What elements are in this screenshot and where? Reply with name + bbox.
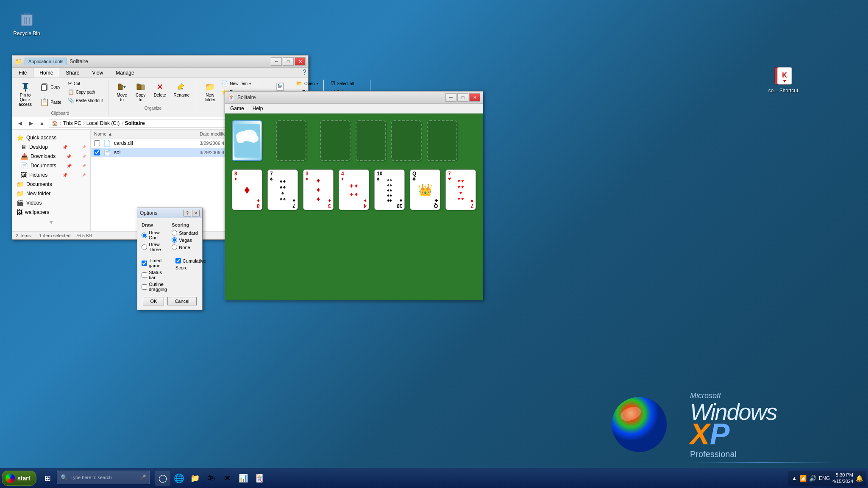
foundation-1[interactable]: [320, 120, 351, 161]
outline-dragging-option[interactable]: Outline dragging: [142, 282, 167, 292]
pin-to-quick-button[interactable]: Pin to Quick access: [16, 80, 35, 109]
path-solitaire[interactable]: Solitaire: [125, 120, 145, 126]
paste-button[interactable]: 📋 Paste: [36, 95, 64, 109]
start-button[interactable]: start: [2, 471, 36, 486]
close-button[interactable]: ✕: [295, 57, 306, 66]
move-to-button[interactable]: Moveto: [114, 80, 131, 104]
draw-three-option[interactable]: Draw Three: [142, 242, 165, 252]
draw-one-option[interactable]: Draw One: [142, 230, 165, 240]
minimize-button[interactable]: ─: [271, 57, 282, 66]
sidebar-item-new-folder[interactable]: 📁 New folder: [12, 189, 90, 198]
office-button[interactable]: 📊: [236, 471, 251, 486]
none-option[interactable]: None: [172, 244, 198, 250]
cortana-button[interactable]: ◯: [155, 471, 170, 486]
options-close-button[interactable]: ✕: [192, 210, 200, 216]
vegas-option[interactable]: Vegas: [172, 237, 198, 243]
foundation-2[interactable]: [356, 120, 386, 161]
store-button[interactable]: 🛍: [203, 471, 219, 486]
tableau-col-2[interactable]: 7♠ ♠♠ ♠♠ ♠ ♠♠ 7♠: [267, 169, 298, 210]
new-folder-button[interactable]: 📁 Newfolder: [201, 80, 218, 104]
waste-pile[interactable]: [276, 120, 306, 161]
new-item-button[interactable]: 📄 New item ▾: [220, 80, 259, 87]
stock-pile[interactable]: [232, 120, 262, 161]
select-all-button[interactable]: ☑ Select all: [329, 80, 356, 87]
sidebar-item-wallpapers[interactable]: 🖼 wallpapers: [12, 208, 90, 217]
tab-home[interactable]: Home: [33, 68, 59, 78]
system-clock[interactable]: 5:30 PM 4/15/2024: [832, 472, 853, 484]
paste-shortcut-button[interactable]: 📎 Paste shortcut: [66, 97, 105, 104]
tableau-col-7[interactable]: 7♥ ♥♥ ♥♥ ♥ ♥♥ 7♥: [445, 169, 476, 210]
sidebar-item-documents2[interactable]: 📁 Documents: [12, 180, 90, 189]
volume-icon[interactable]: 🔊: [809, 475, 816, 482]
tab-share[interactable]: Share: [59, 68, 86, 78]
vegas-radio[interactable]: [172, 237, 177, 243]
file-explorer-taskbar-button[interactable]: 📁: [187, 471, 203, 486]
solitaire-taskbar-button[interactable]: 🃏: [252, 471, 267, 486]
language-indicator[interactable]: ENG: [819, 475, 830, 481]
tab-manage[interactable]: Manage: [109, 68, 140, 78]
help-menu[interactable]: Help: [249, 105, 267, 112]
taskbar-search[interactable]: 🔍 Type here to search 🎤: [57, 471, 150, 484]
path-local-disk[interactable]: Local Disk (C:): [86, 120, 120, 126]
network-icon[interactable]: 📶: [799, 475, 807, 482]
up-button[interactable]: ▲: [38, 119, 46, 128]
mail-button[interactable]: ✉: [220, 471, 235, 486]
sidebar-item-pictures[interactable]: 🖼 Pictures 📌: [12, 170, 90, 180]
tableau-col-4[interactable]: 4♦ ♦♦ ♦♦ 4♦: [339, 169, 369, 210]
options-help-button[interactable]: ?: [184, 210, 191, 216]
tableau-col-3[interactable]: 3♦ ♦♦♦ 3♦: [303, 169, 334, 210]
sol-minimize-button[interactable]: ─: [445, 93, 456, 102]
maximize-button[interactable]: □: [283, 57, 294, 66]
draw-three-radio[interactable]: [142, 244, 147, 250]
tableau-col-5[interactable]: 10♠ ♠♠♠♠ ♠♠♠♠ ♠♠ 10♠: [374, 169, 405, 210]
help-icon[interactable]: ?: [303, 69, 306, 77]
copy-to-button[interactable]: Copyto: [132, 80, 149, 104]
none-radio[interactable]: [172, 244, 177, 250]
file-checkbox-cardsdll[interactable]: [94, 140, 100, 146]
cut-button[interactable]: ✂ Cut: [66, 80, 105, 87]
status-bar-option[interactable]: Status bar: [142, 270, 167, 280]
edge-button[interactable]: 🌐: [171, 471, 186, 486]
standard-option[interactable]: Standard: [172, 230, 198, 236]
task-view-button[interactable]: ⊞: [40, 471, 55, 486]
path-this-pc[interactable]: This PC: [63, 120, 81, 126]
copy-path-button[interactable]: 📋 Copy path: [66, 88, 105, 96]
back-button[interactable]: ◀: [16, 119, 24, 128]
sol-shortcut-icon[interactable]: K ♥ sol - Shortcut: [766, 66, 800, 94]
sidebar-item-documents[interactable]: 📄 Documents 📌: [12, 161, 90, 170]
timed-game-checkbox[interactable]: [142, 261, 147, 266]
foundation-3[interactable]: [391, 120, 422, 161]
show-hidden-icon[interactable]: ▲: [792, 475, 797, 481]
tab-file[interactable]: File: [12, 68, 33, 78]
draw-one-radio[interactable]: [142, 233, 147, 238]
status-bar-checkbox[interactable]: [142, 272, 147, 278]
cancel-button[interactable]: Cancel: [167, 297, 196, 305]
delete-button[interactable]: ✕ Delete: [151, 80, 169, 100]
game-menu[interactable]: Game: [227, 105, 248, 112]
cumulative-checkbox[interactable]: [175, 258, 181, 263]
file-checkbox-sol[interactable]: [94, 150, 100, 155]
tab-view[interactable]: View: [86, 68, 109, 78]
cumulative-option[interactable]: Cumulative: [175, 258, 206, 263]
tableau-col-1[interactable]: 8♦ ♦ 8♦: [232, 169, 262, 210]
tableau-col-6[interactable]: Q♣ 👑 Q♣: [410, 169, 440, 210]
notifications-icon[interactable]: 🔔: [856, 475, 863, 482]
outline-dragging-checkbox[interactable]: [142, 284, 147, 290]
ok-button[interactable]: OK: [143, 297, 164, 305]
sol-maximize-button[interactable]: □: [457, 93, 468, 102]
sidebar-item-quick-access[interactable]: ⭐ Quick access: [12, 133, 90, 142]
open-button[interactable]: 📂 Open ▾: [295, 80, 320, 87]
timed-game-option[interactable]: Timed game: [142, 258, 167, 268]
sidebar-item-videos[interactable]: 🎬 Videos: [12, 198, 90, 208]
rename-button[interactable]: Rename: [171, 80, 193, 100]
sol-close-button[interactable]: ✕: [469, 93, 480, 102]
standard-radio[interactable]: [172, 230, 177, 236]
recycle-bin-icon[interactable]: Recycle Bin: [12, 8, 42, 36]
col-name[interactable]: Name ▲: [94, 131, 196, 136]
copy-button[interactable]: Copy: [36, 80, 64, 94]
forward-button[interactable]: ▶: [27, 119, 35, 128]
foundation-4[interactable]: [427, 120, 457, 161]
sidebar-item-desktop[interactable]: 🖥 Desktop 📌: [12, 142, 90, 152]
address-path[interactable]: 🏠 › This PC › Local Disk (C:) › Solitair…: [49, 119, 243, 128]
sidebar-item-downloads[interactable]: 📥 Downloads 📌: [12, 152, 90, 161]
